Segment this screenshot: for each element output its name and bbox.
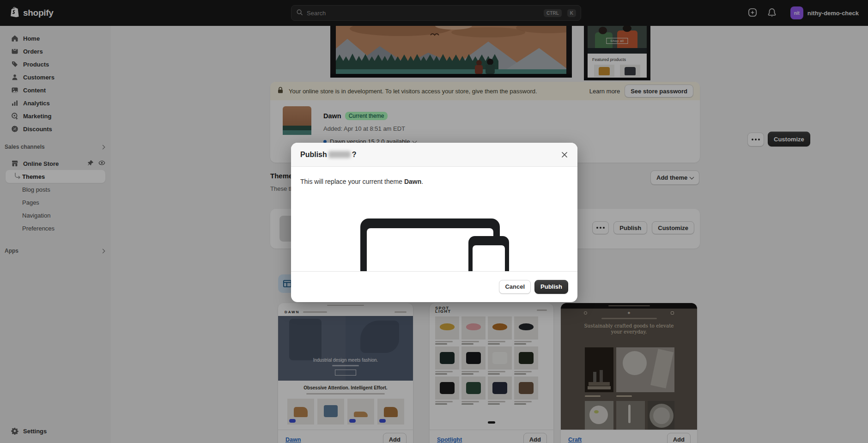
- modal-footer: Cancel Publish: [291, 271, 577, 302]
- modal-title: Publish ?: [300, 151, 357, 159]
- modal-header: Publish ?: [291, 143, 577, 167]
- modal-title-prefix: Publish: [300, 151, 327, 159]
- phone-frame-illustration: [468, 236, 509, 271]
- message-prefix: This will replace your current theme: [300, 178, 404, 185]
- cancel-button[interactable]: Cancel: [499, 280, 531, 294]
- redacted-theme-name: [328, 151, 351, 158]
- message-suffix: .: [421, 178, 423, 185]
- close-icon[interactable]: [559, 149, 570, 160]
- publish-theme-modal: Publish ? This will replace your current…: [291, 143, 577, 302]
- modal-title-suffix: ?: [352, 151, 357, 159]
- modal-body: This will replace your current theme Daw…: [291, 167, 577, 271]
- message-theme-name: Dawn: [404, 178, 421, 185]
- publish-button[interactable]: Publish: [534, 280, 568, 294]
- modal-message: This will replace your current theme Daw…: [291, 167, 577, 185]
- shopify-admin-themes-page: shopify Search CTRL K nit nithy-demo-che…: [0, 0, 868, 443]
